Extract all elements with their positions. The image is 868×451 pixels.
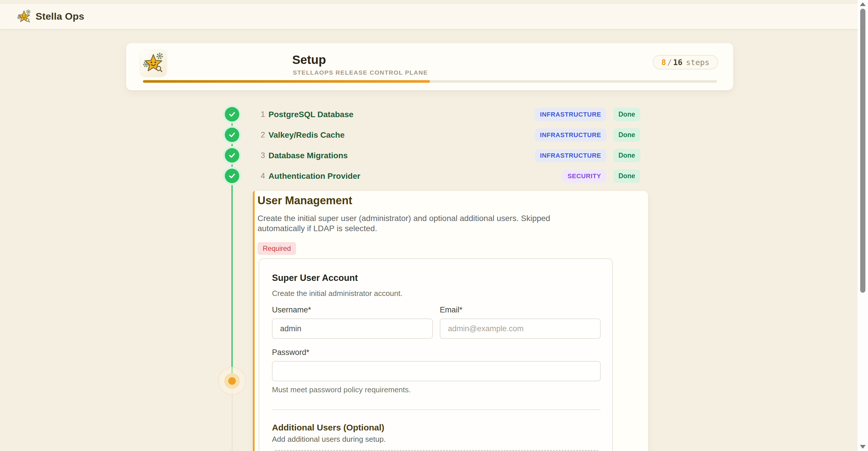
scrollbar-down-arrow-icon[interactable] (860, 445, 866, 449)
step-badges: SECURITY Done (562, 169, 640, 183)
super-user-card: Super User Account Create the initial ad… (259, 258, 613, 451)
step-category-badge: SECURITY (562, 169, 606, 183)
step-number: 4 (257, 171, 265, 181)
step-row[interactable]: 1 PostgreSQL Database INFRASTRUCTURE Don… (257, 104, 640, 125)
step-row[interactable]: 4 Authentication Provider SECURITY Done (257, 166, 640, 186)
timeline-check-circles (225, 107, 239, 189)
super-user-title: Super User Account (272, 273, 599, 283)
steps-done-count: 8 (661, 58, 666, 67)
password-input[interactable] (272, 361, 601, 381)
password-label: Password* (272, 348, 599, 357)
step-badges: INFRASTRUCTURE Done (535, 149, 640, 162)
step-done-check-icon (225, 128, 239, 142)
step-number: 2 (257, 130, 265, 139)
step-title: Authentication Provider (269, 171, 360, 181)
brand-logo-icon (17, 9, 32, 24)
step-title: Valkey/Redis Cache (269, 130, 345, 140)
step-status-badge: Done (613, 128, 641, 142)
user-management-title: User Management (257, 194, 648, 207)
completed-steps-list: 1 PostgreSQL Database INFRASTRUCTURE Don… (257, 104, 640, 186)
setup-subtitle: STELLAOPS RELEASE CONTROL PLANE (293, 69, 428, 76)
steps-count-badge: 8 / 16 steps (653, 55, 718, 69)
steps-slash: / (666, 58, 673, 67)
brand-name: Stella Ops (36, 11, 84, 22)
steps-total-count: 16 (673, 58, 683, 67)
setup-mascot-icon (142, 52, 165, 74)
section-divider (272, 409, 601, 410)
step-status-badge: Done (613, 149, 641, 162)
step-status-badge: Done (613, 108, 641, 121)
step-row[interactable]: 2 Valkey/Redis Cache INFRASTRUCTURE Done (257, 125, 640, 145)
step-number: 1 (257, 110, 265, 119)
super-user-subtitle: Create the initial administrator account… (272, 289, 599, 298)
steps-suffix: steps (683, 58, 709, 67)
app-page: Stella Ops Setup STELLAOPS RELEASE CONTR… (0, 0, 858, 451)
setup-logo (140, 50, 167, 76)
email-label: Email* (440, 305, 601, 315)
step-done-check-icon (225, 169, 239, 183)
required-badge: Required (257, 242, 296, 255)
username-label: Username* (272, 305, 433, 315)
step-category-badge: INFRASTRUCTURE (535, 149, 606, 162)
additional-users-subtitle: Add additional users during setup. (272, 435, 599, 444)
step-title: Database Migrations (269, 151, 348, 160)
step-row[interactable]: 3 Database Migrations INFRASTRUCTURE Don… (257, 145, 640, 166)
username-input[interactable] (272, 319, 433, 339)
step-number: 3 (257, 151, 265, 160)
current-step-dot (228, 377, 236, 385)
setup-progress-card: Setup STELLAOPS RELEASE CONTROL PLANE 8 … (126, 43, 733, 90)
step-badges: INFRASTRUCTURE Done (535, 128, 640, 142)
app-header: Stella Ops (0, 4, 858, 29)
vertical-scrollbar (858, 0, 868, 451)
scrollbar-thumb[interactable] (860, 9, 865, 293)
scrollbar-up-arrow-icon[interactable] (860, 2, 866, 6)
step-status-badge: Done (613, 169, 641, 183)
user-management-description: Create the initial super user (administr… (257, 213, 585, 233)
step-done-check-icon (225, 107, 239, 122)
step-done-check-icon (225, 148, 239, 163)
setup-title: Setup (292, 53, 326, 67)
user-management-card: User Management Create the initial super… (253, 191, 648, 451)
setup-progress-fill (143, 80, 430, 83)
step-title: PostgreSQL Database (269, 110, 353, 119)
step-category-badge: INFRASTRUCTURE (535, 128, 606, 142)
password-hint: Must meet password policy requirements. (272, 385, 599, 394)
email-input[interactable] (440, 319, 601, 339)
setup-progress-track (143, 80, 717, 83)
step-badges: INFRASTRUCTURE Done (535, 108, 640, 121)
timeline-line-upcoming (232, 388, 232, 451)
step-category-badge: INFRASTRUCTURE (535, 108, 606, 121)
additional-users-title: Additional Users (Optional) (272, 423, 599, 432)
